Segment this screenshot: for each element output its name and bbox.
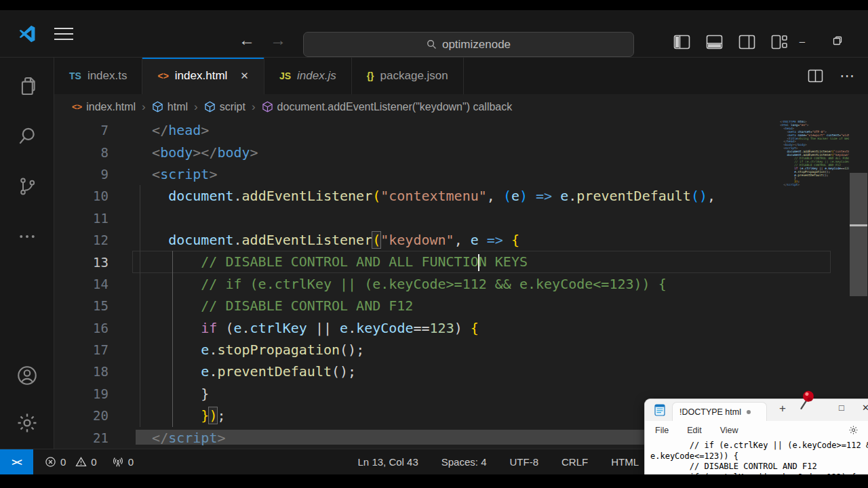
- code-line[interactable]: 14 // if (e.ctrlKey || (e.keyCode>=112 &…: [54, 273, 868, 295]
- line-number[interactable]: 16: [54, 321, 108, 336]
- search-icon[interactable]: [14, 123, 41, 150]
- code-text: if (e.ctrlKey || e.keyCode==123) {: [136, 320, 479, 336]
- activity-bar-top: [14, 73, 41, 250]
- ellipsis-icon[interactable]: [14, 223, 41, 250]
- line-number[interactable]: 14: [54, 277, 108, 291]
- code-text: <body></body>: [136, 144, 258, 161]
- overview-cursor-marker: [850, 224, 867, 226]
- customize-layout-icon[interactable]: [771, 35, 788, 49]
- notepad-tab-title: !DOCTYPE html: [679, 407, 741, 417]
- notepad-settings-gear-icon[interactable]: [848, 425, 859, 435]
- command-center-search[interactable]: optimizenode: [303, 32, 634, 57]
- status-item-utf-8[interactable]: UTF-8: [509, 456, 538, 468]
- line-number[interactable]: 21: [54, 430, 108, 445]
- line-number[interactable]: 10: [54, 188, 108, 203]
- tab-index.js[interactable]: JSindex.js: [264, 58, 352, 94]
- forward-arrow-icon[interactable]: →: [270, 32, 286, 48]
- more-actions-icon[interactable]: ⋯: [840, 67, 856, 85]
- notepad-window[interactable]: !DOCTYPE html + □ ✕ File Edit View // if…: [644, 399, 868, 474]
- line-number[interactable]: 13: [54, 255, 108, 270]
- toggle-primary-sidebar-icon[interactable]: [673, 35, 690, 49]
- status-item-spaces-4[interactable]: Spaces: 4: [441, 456, 487, 468]
- notepad-maximize-icon[interactable]: □: [839, 403, 844, 413]
- notepad-text-area[interactable]: // if (e.ctrlKey || (e.keyCode>=112 &&e.…: [645, 439, 868, 474]
- split-editor-icon[interactable]: [808, 69, 823, 83]
- status-item-html[interactable]: HTML: [611, 456, 639, 468]
- line-number[interactable]: 7: [54, 123, 108, 138]
- notepad-new-tab-icon[interactable]: +: [779, 402, 786, 415]
- code-line[interactable]: 15 // DISABLE CONTROL AND F12: [54, 295, 868, 317]
- scrollbar-thumb[interactable]: [850, 173, 867, 296]
- line-number[interactable]: 17: [54, 342, 108, 357]
- code-line[interactable]: 10 document.addEventListener("contextmen…: [54, 185, 868, 207]
- notepad-menu-edit[interactable]: Edit: [687, 426, 702, 435]
- source-control-icon[interactable]: [14, 173, 41, 200]
- code-text: // DISABLE CONTROL AND F12: [136, 298, 413, 314]
- symbol-cube-icon: [152, 101, 163, 113]
- line-number[interactable]: 15: [54, 298, 108, 313]
- breadcrumb-separator: ›: [252, 100, 256, 114]
- line-number[interactable]: 18: [54, 364, 108, 379]
- activity-bar: [0, 58, 54, 449]
- back-arrow-icon[interactable]: ←: [239, 32, 255, 48]
- notepad-menu-view[interactable]: View: [720, 426, 738, 435]
- line-number[interactable]: 12: [54, 232, 108, 247]
- code-line[interactable]: 13 // DISABLE CONTROL AND ALL FUNCTION K…: [54, 251, 868, 272]
- notepad-menubar: File Edit View: [645, 421, 868, 439]
- line-number[interactable]: 19: [54, 386, 108, 401]
- settings-gear-icon[interactable]: [14, 409, 41, 436]
- minimize-icon[interactable]: –: [792, 30, 812, 51]
- code-line[interactable]: 9 <script>: [54, 163, 868, 185]
- notepad-close-icon[interactable]: ✕: [862, 403, 868, 413]
- code-line[interactable]: 8 <body></body>: [54, 141, 868, 163]
- editor-actions: ⋯: [808, 58, 856, 94]
- breadcrumb-item[interactable]: <>index.html: [72, 101, 136, 113]
- warning-count: 0: [91, 456, 96, 468]
- notepad-menu-file[interactable]: File: [655, 426, 669, 435]
- status-item-crlf[interactable]: CRLF: [561, 456, 588, 468]
- code-line[interactable]: 12 document.addEventListener("keydown", …: [54, 229, 868, 251]
- code-line[interactable]: 11: [54, 207, 868, 229]
- line-number[interactable]: 20: [54, 408, 108, 423]
- line-number[interactable]: 11: [54, 211, 108, 226]
- status-item-ln-13-col-43[interactable]: Ln 13, Col 43: [358, 456, 418, 468]
- notepad-code-line: // if (e.ctrlKey || (e.keyCode>=112 &&: [650, 441, 868, 451]
- restore-icon[interactable]: [827, 30, 848, 51]
- tab-index.ts[interactable]: TSindex.ts: [54, 58, 142, 94]
- ports-indicator[interactable]: 0: [112, 456, 134, 468]
- code-line[interactable]: 18 e.preventDefault();: [54, 361, 868, 382]
- tab-package.json[interactable]: {}package.json: [352, 58, 464, 94]
- window-controls: – ✕: [792, 30, 868, 51]
- remote-indicator[interactable]: ><: [0, 449, 33, 474]
- tab-label: package.json: [380, 69, 448, 83]
- toggle-secondary-sidebar-icon[interactable]: [738, 35, 755, 49]
- files-icon[interactable]: [14, 73, 41, 100]
- breadcrumb-item[interactable]: script: [204, 101, 245, 113]
- tab-close-icon[interactable]: ✕: [240, 70, 249, 82]
- breadcrumb-label: document.addEventListener("keydown") cal…: [277, 101, 513, 113]
- line-number[interactable]: 9: [54, 167, 108, 182]
- breadcrumb-separator: ›: [194, 100, 198, 114]
- close-icon[interactable]: ✕: [863, 30, 868, 51]
- code-line[interactable]: 7 </head>: [54, 119, 868, 141]
- titlebar: ← → optimizenode –: [0, 10, 868, 58]
- toggle-panel-icon[interactable]: [706, 35, 723, 49]
- account-icon[interactable]: [14, 362, 41, 389]
- code-text: // DISABLE CONTROL AND ALL FUNCTION KEYS: [136, 253, 528, 271]
- problems-indicator[interactable]: 0 0: [45, 456, 97, 468]
- code-text: document.addEventListener("contextmenu",…: [136, 188, 715, 204]
- notepad-tab[interactable]: !DOCTYPE html: [672, 402, 767, 421]
- notepad-code-line: if (e.ctrlKey || e.keyCode==123) {: [650, 472, 868, 475]
- indent-guide: [140, 185, 140, 427]
- breadcrumb-item[interactable]: html: [152, 101, 188, 113]
- breadcrumb-label: html: [167, 101, 188, 113]
- menu-icon[interactable]: [54, 26, 73, 42]
- code-text: });: [136, 407, 225, 424]
- breadcrumb-label: script: [220, 101, 245, 113]
- pushpin-icon: [796, 389, 819, 413]
- tab-index.html[interactable]: <>index.html✕: [142, 58, 264, 94]
- code-line[interactable]: 16 if (e.ctrlKey || e.keyCode==123) {: [54, 317, 868, 339]
- breadcrumb-item[interactable]: document.addEventListener("keydown") cal…: [262, 101, 513, 113]
- line-number[interactable]: 8: [54, 145, 108, 160]
- code-line[interactable]: 17 e.stopPropagation();: [54, 339, 868, 361]
